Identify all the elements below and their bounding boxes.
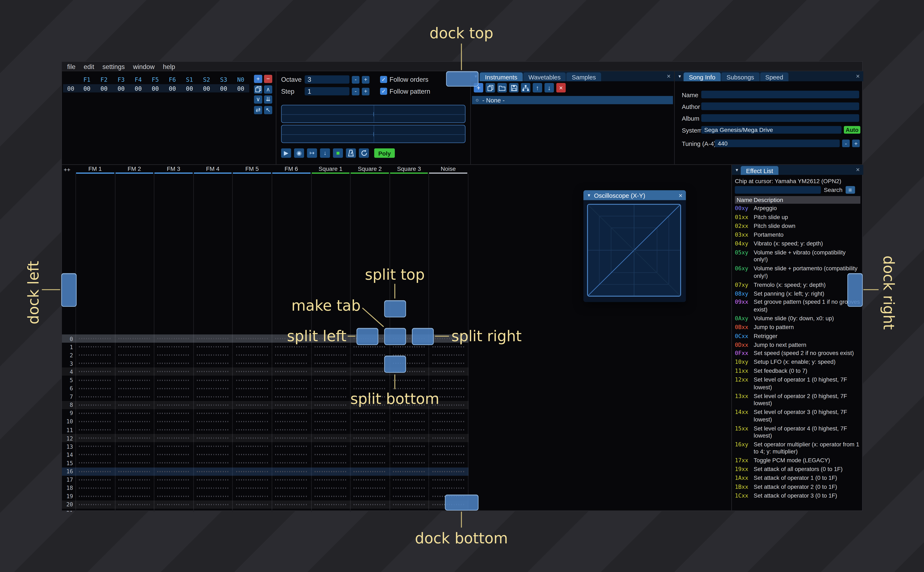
instrument-list-item[interactable]: ○- None - (472, 96, 673, 104)
dock-bottom-target[interactable] (445, 495, 478, 511)
pattern-expand-button[interactable]: ++ (64, 166, 70, 173)
split-right-target[interactable] (412, 328, 434, 345)
pattern-cell[interactable] (193, 487, 232, 489)
make-tab-target[interactable] (384, 328, 406, 345)
pattern-cell[interactable] (350, 379, 390, 381)
pattern-cell[interactable] (193, 379, 232, 381)
pattern-cell[interactable] (115, 371, 154, 372)
pattern-cell[interactable] (115, 454, 154, 455)
pattern-cell[interactable] (154, 363, 193, 364)
tuning-decrease-button[interactable]: - (842, 140, 850, 147)
pattern-cell[interactable] (75, 379, 115, 381)
pattern-cell[interactable] (232, 462, 272, 464)
tab-samples[interactable]: Samples (566, 72, 601, 81)
pattern-cell[interactable] (75, 338, 115, 339)
pattern-cell[interactable] (311, 504, 350, 505)
pattern-cell[interactable] (428, 413, 468, 414)
pattern-cell[interactable] (154, 487, 193, 489)
channel-header-fm-6[interactable]: FM 6 (271, 165, 311, 174)
effect-row-09xx[interactable]: 09xxSet groove pattern (speed 1 if no gr… (735, 298, 860, 314)
effect-row-15xx[interactable]: 15xxSet level of operator 4 (0 highest, … (735, 424, 860, 440)
transport-play-from-cursor-button[interactable]: ↦ (307, 148, 317, 158)
pattern-cell[interactable] (154, 454, 193, 455)
pattern-row-15[interactable]: 15 (62, 459, 469, 467)
pattern-cell[interactable] (271, 388, 311, 389)
instrument-duplicate-button[interactable] (486, 83, 495, 92)
pattern-cell[interactable] (232, 413, 272, 414)
pattern-cell[interactable] (390, 496, 429, 497)
pattern-cell[interactable] (311, 487, 350, 489)
instrument-toggle-folders-button[interactable] (521, 83, 530, 92)
effect-row-03xx[interactable]: 03xxPortamento (735, 231, 860, 239)
pattern-cell[interactable] (390, 462, 429, 464)
pattern-cell[interactable] (193, 454, 232, 455)
pattern-cell[interactable] (271, 496, 311, 497)
effect-list-menu-button[interactable]: ≡ (846, 186, 855, 194)
pattern-cell[interactable] (271, 454, 311, 455)
pattern-cell[interactable] (271, 346, 311, 347)
channel-header-fm-2[interactable]: FM 2 (115, 165, 154, 174)
pattern-cell[interactable] (115, 388, 154, 389)
pattern-cell[interactable] (75, 354, 115, 356)
effect-row-04xy[interactable]: 04xyVibrato (x: speed; y: depth) (735, 239, 860, 248)
orders-value-f3[interactable]: 00 (112, 85, 130, 92)
orders-value-s1[interactable]: 00 (181, 85, 198, 92)
effect-row-00xy[interactable]: 00xyArpeggio (735, 204, 860, 213)
effect-row-11xx[interactable]: 11xxSet feedback (0 to 7) (735, 367, 860, 376)
instrument-save-button[interactable] (509, 83, 519, 92)
pattern-cell[interactable] (115, 404, 154, 406)
pattern-cell[interactable] (193, 354, 232, 356)
pattern-row-17[interactable]: 17 (62, 476, 469, 484)
orders-edit-mode-button[interactable]: ↖ (264, 106, 272, 114)
pattern-cell[interactable] (154, 438, 193, 439)
effect-row-0fxx[interactable]: 0FxxSet speed (speed 2 if no grooves exi… (735, 349, 860, 358)
pattern-cell[interactable] (193, 496, 232, 497)
pattern-cell[interactable] (193, 421, 232, 422)
pattern-cell[interactable] (271, 446, 311, 447)
pattern-cell[interactable] (232, 354, 272, 356)
channel-header-square-2[interactable]: Square 2 (350, 165, 390, 174)
pattern-row-11[interactable]: 11 (62, 426, 469, 434)
orders-value-f6[interactable]: 00 (164, 85, 181, 92)
effect-row-17xx[interactable]: 17xxToggle PCM mode (LEGACY) (735, 456, 860, 465)
pattern-cell[interactable] (311, 388, 350, 389)
dock-left-target[interactable] (61, 273, 76, 307)
pattern-cell[interactable] (75, 388, 115, 389)
menu-help[interactable]: help (163, 63, 175, 70)
pattern-cell[interactable] (350, 454, 390, 455)
effect-row-13xx[interactable]: 13xxSet level of operator 2 (0 highest, … (735, 392, 860, 408)
pattern-cell[interactable] (232, 454, 272, 455)
pattern-cell[interactable] (350, 346, 390, 347)
close-icon[interactable]: × (667, 72, 671, 79)
pattern-cell[interactable] (311, 363, 350, 364)
pattern-cell[interactable] (350, 354, 390, 356)
pattern-cell[interactable] (193, 462, 232, 464)
pattern-cell[interactable] (232, 446, 272, 447)
pattern-cell[interactable] (193, 429, 232, 431)
pattern-cell[interactable] (154, 446, 193, 447)
collapse-triangle-icon[interactable]: ▼ (735, 168, 739, 172)
pattern-cell[interactable] (115, 479, 154, 480)
effect-row-06xy[interactable]: 06xyVolume slide + portamento (compatibi… (735, 264, 860, 280)
pattern-cell[interactable] (115, 438, 154, 439)
pattern-cell[interactable] (311, 429, 350, 431)
pattern-cell[interactable] (311, 496, 350, 497)
transport-play-button[interactable]: ▶ (281, 148, 291, 158)
pattern-cell[interactable] (193, 396, 232, 398)
pattern-cell[interactable] (154, 429, 193, 431)
pattern-cell[interactable] (193, 404, 232, 406)
pattern-row-21[interactable]: 21 (62, 509, 469, 511)
pattern-cell[interactable] (232, 438, 272, 439)
pattern-cell[interactable] (428, 371, 468, 372)
pattern-cell[interactable] (232, 487, 272, 489)
pattern-cell[interactable] (311, 354, 350, 356)
pattern-cell[interactable] (154, 462, 193, 464)
effect-row-0bxx[interactable]: 0BxxJump to pattern (735, 323, 860, 332)
oscilloscope-xy-window[interactable]: ▼ Oscilloscope (X-Y) × (583, 190, 686, 302)
pattern-cell[interactable] (428, 354, 468, 356)
pattern-cell[interactable] (350, 429, 390, 431)
orders-row[interactable]: 0000000000000000000000 (63, 84, 249, 92)
pattern-cell[interactable] (75, 487, 115, 489)
album-input[interactable] (701, 114, 859, 122)
pattern-cell[interactable] (193, 346, 232, 347)
